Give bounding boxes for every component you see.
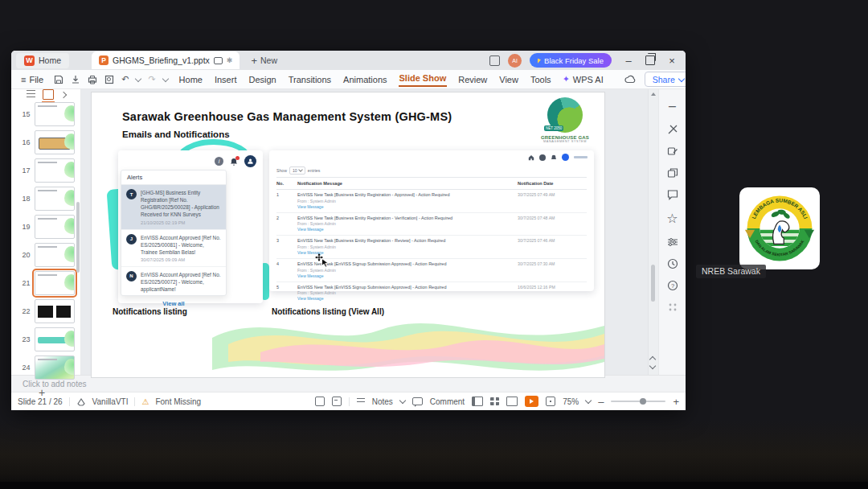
menu-home[interactable]: Home <box>178 73 203 86</box>
zoom-level[interactable]: 75% <box>563 397 579 406</box>
undo-dropdown-icon[interactable] <box>135 75 141 81</box>
zoom-slider[interactable] <box>611 401 665 402</box>
menu-animations[interactable]: Animations <box>342 73 387 86</box>
share-button[interactable]: Share <box>645 72 686 87</box>
view-message-link[interactable]: View Message <box>297 296 513 302</box>
redo-icon[interactable]: ↷ <box>148 74 155 84</box>
document-tab[interactable]: P GHGMS_Briefing_v1.pptx ✱ <box>92 51 240 69</box>
thumbnail-row-23[interactable]: 23 <box>18 327 75 351</box>
menu-tools[interactable]: Tools <box>530 73 552 86</box>
thumbnail-row-19[interactable]: 19 <box>18 215 75 239</box>
expand-panel-icon[interactable] <box>59 91 66 97</box>
fit-slide-icon[interactable] <box>546 397 555 406</box>
thumbnail-row-15[interactable]: 15 <box>18 102 75 126</box>
window-stack-icon[interactable] <box>489 55 500 66</box>
menu-transitions[interactable]: Transitions <box>288 73 332 86</box>
export-icon[interactable] <box>71 75 80 84</box>
history-clock-icon[interactable] <box>667 258 678 269</box>
comment-label[interactable]: Comment <box>430 397 465 406</box>
slide-thumbnail[interactable] <box>35 102 75 126</box>
file-menu[interactable]: ≡ File <box>21 75 43 84</box>
menu-view[interactable]: View <box>498 73 519 86</box>
print-icon[interactable] <box>88 75 97 84</box>
scrollbar-thumb[interactable] <box>651 265 655 302</box>
zoom-dropdown-icon[interactable] <box>585 397 592 404</box>
black-friday-sale-button[interactable]: Black Friday Sale <box>530 53 612 68</box>
zoom-out-button[interactable]: – <box>598 396 604 408</box>
view-message-link[interactable]: View Message <box>297 273 513 279</box>
close-button[interactable]: × <box>663 55 681 67</box>
view-message-link[interactable]: View Message <box>297 227 513 232</box>
thumbnail-row-20[interactable]: 20 <box>18 243 75 267</box>
menu-slide-show[interactable]: Slide Show <box>399 72 448 87</box>
alert-item-2[interactable]: J EnVISS Account Approved [Ref No. ES/20… <box>121 230 226 267</box>
table-row[interactable]: 1 EnVISS New Task [Business Entity Regis… <box>276 190 587 213</box>
menu-wps-ai[interactable]: ✦ WPS AI <box>563 74 604 84</box>
favorites-icon[interactable]: ☆ <box>666 211 678 226</box>
slide-thumbnail[interactable] <box>35 130 75 154</box>
slide-thumbnail[interactable] <box>35 243 75 267</box>
menu-design[interactable]: Design <box>248 73 276 86</box>
font-missing-label[interactable]: Font Missing <box>155 397 201 406</box>
edit-shape-icon[interactable] <box>667 146 678 157</box>
thumbnail-row-16[interactable]: 16 <box>18 130 75 154</box>
slide-sorter-icon[interactable] <box>490 397 499 405</box>
undo-icon[interactable]: ↶ <box>121 74 129 84</box>
outline-view-icon[interactable] <box>27 90 35 99</box>
quick-tools-icon[interactable] <box>667 124 678 135</box>
slide-canvas[interactable]: Sarawak Greenhouse Gas Management System… <box>91 92 605 378</box>
next-slide-button[interactable] <box>649 363 656 369</box>
comment-icon[interactable] <box>667 189 678 200</box>
slide-thumbnail[interactable] <box>35 158 75 183</box>
account-avatar[interactable]: AI <box>508 54 522 68</box>
add-slide-button[interactable]: + <box>39 386 80 399</box>
scroll-up-icon[interactable] <box>651 92 656 96</box>
cloud-sync-icon[interactable] <box>624 75 636 84</box>
zoom-in-button[interactable]: + <box>673 396 679 408</box>
qat-more-icon[interactable] <box>162 75 168 81</box>
apps-grid-icon[interactable] <box>667 302 678 313</box>
slide-thumbnail-selected[interactable] <box>35 271 75 295</box>
thumbnail-row-24[interactable]: 24 <box>18 355 75 380</box>
notes-toggle-label[interactable]: Notes <box>372 397 393 406</box>
slide-thumbnail[interactable] <box>35 327 75 351</box>
thumbnail-row-18[interactable]: 18 <box>18 187 75 211</box>
thumbnail-scrollbar[interactable] <box>76 202 80 273</box>
new-tab-button[interactable]: + New <box>251 55 277 67</box>
slide-view-icon[interactable] <box>43 89 54 100</box>
jump-to-slide-icon[interactable] <box>332 397 342 406</box>
slide-thumbnail[interactable] <box>35 299 75 323</box>
theme-name[interactable]: VanillaVTI <box>92 397 129 406</box>
alert-item-3[interactable]: N EnVISS Account Approved [Ref No. ES/20… <box>121 267 226 297</box>
layers-icon[interactable] <box>667 167 678 179</box>
comment-toggle-icon[interactable] <box>412 397 423 405</box>
view-message-link[interactable]: View Message <box>297 250 513 256</box>
thumbnail-row-17[interactable]: 17 <box>18 158 75 183</box>
thumbnail-row-21-selected[interactable]: 21 <box>18 271 75 295</box>
table-row[interactable]: 5 EnVISS New Task [EnVISS Signup Submiss… <box>276 282 587 305</box>
collapse-pane-icon[interactable]: – <box>669 99 676 113</box>
slide-thumbnail[interactable] <box>35 355 75 380</box>
editor-scrollbar[interactable] <box>648 89 658 375</box>
layout-toggle-icon[interactable] <box>315 397 325 406</box>
menu-review[interactable]: Review <box>457 73 488 86</box>
home-tab[interactable]: W Home <box>16 53 69 68</box>
page-size-select[interactable]: 10 <box>289 166 305 175</box>
table-row[interactable]: 2 EnVISS New Task [Business Entity Regis… <box>276 213 587 236</box>
normal-view-icon[interactable] <box>472 397 483 406</box>
help-icon[interactable]: ? <box>667 280 678 291</box>
restore-button[interactable] <box>645 55 655 65</box>
slideshow-play-button[interactable] <box>525 396 538 407</box>
notes-dropdown-icon[interactable] <box>399 397 406 404</box>
notes-toggle-icon[interactable] <box>357 398 365 405</box>
reading-view-icon[interactable] <box>506 397 518 406</box>
slide-thumbnail[interactable] <box>35 215 75 239</box>
minimize-button[interactable]: – <box>620 55 637 67</box>
save-icon[interactable] <box>54 75 63 84</box>
zoom-slider-knob[interactable] <box>640 398 646 405</box>
alert-item-1[interactable]: T [GHG-MS] Business Entity Registration … <box>121 185 226 230</box>
slide-thumbnail[interactable] <box>35 187 75 211</box>
settings-sliders-icon[interactable] <box>667 236 678 248</box>
print-preview-icon[interactable] <box>104 75 114 84</box>
menu-insert[interactable]: Insert <box>214 73 238 86</box>
